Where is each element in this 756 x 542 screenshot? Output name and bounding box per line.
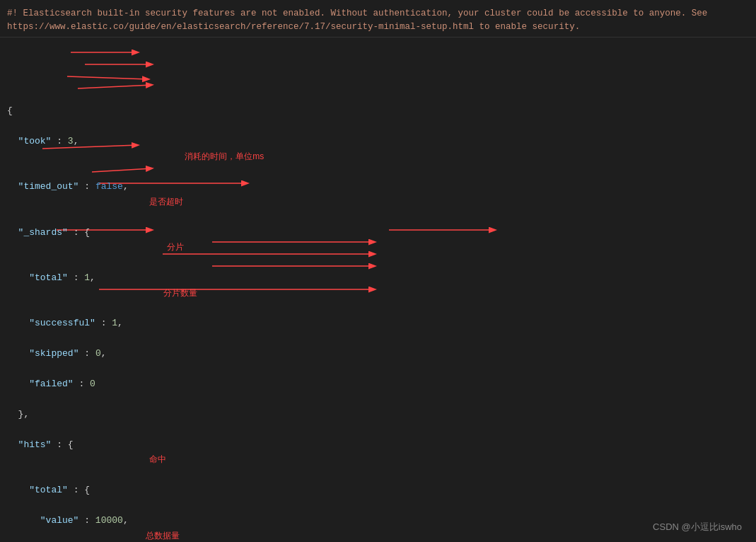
annotation-value: 总数据量 [146, 529, 180, 543]
code-area: { "took" : 3, 消耗的时间，单位ms "timed_out" : f… [0, 40, 756, 543]
svg-line-5 [92, 168, 152, 172]
warning-bar: #! Elasticsearch built-in security featu… [0, 4, 756, 38]
annotation-took: 消耗的时间，单位ms [185, 150, 264, 164]
svg-line-2 [67, 76, 149, 79]
line-shards: "_shards" : { 分片 [7, 225, 749, 255]
annotation-hits: 命中 [149, 453, 166, 467]
line-value: "value" : 10000, 总数据量 [7, 513, 749, 542]
annotation-timed-out: 是否超时 [149, 195, 183, 209]
annotation-shards: 分片 [167, 241, 184, 255]
line-total-open: "total" : { [7, 483, 749, 497]
line-took: "took" : 3, 消耗的时间，单位ms [7, 134, 749, 164]
line-failed: "failed" : 0 [7, 376, 749, 391]
warning-line1: #! Elasticsearch built-in security featu… [7, 8, 707, 18]
line-hits-open: "hits" : { 命中 [7, 437, 749, 468]
line-timed-out: "timed_out" : false, 是否超时 [7, 179, 749, 209]
warning-line2: https://www.elastic.co/guide/en/elastics… [7, 22, 580, 32]
line-successful: "successful" : 1, [7, 316, 749, 330]
line-open-brace: { [7, 103, 749, 118]
line-skipped: "skipped" : 0, [7, 346, 749, 361]
annotation-total-shards: 分片数量 [163, 287, 197, 301]
line-total-shards: "total" : 1, 分片数量 [7, 270, 749, 301]
line-shards-close: }, [7, 407, 749, 422]
watermark: CSDN @小逗比iswho [653, 521, 742, 534]
main-container: #! Elasticsearch built-in security featu… [0, 0, 756, 542]
svg-line-3 [78, 85, 152, 88]
